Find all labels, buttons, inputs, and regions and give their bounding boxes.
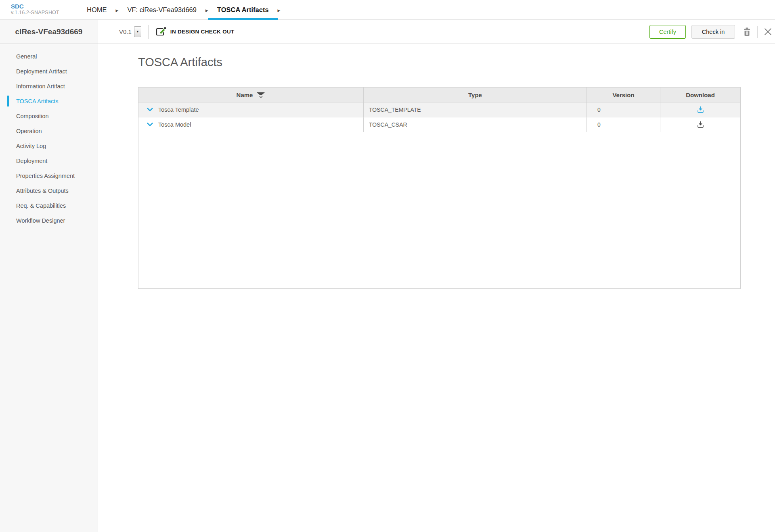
sdc-workspace: SDC v.1.16.2-SNAPSHOT HOME ▶ VF: ciRes-V… [0, 0, 775, 532]
breadcrumb-home[interactable]: HOME [78, 0, 116, 20]
caret-down-icon: ▼ [136, 30, 139, 33]
table-header-name-label: Name [237, 92, 253, 98]
breadcrumb-home-label: HOME [87, 6, 107, 14]
toolbar-divider [757, 26, 758, 38]
sidebar-item-label: Composition [16, 113, 49, 119]
table-header-type: Type [364, 88, 587, 102]
version-cell: 0 [587, 117, 660, 132]
table-header-name[interactable]: Name [138, 88, 364, 102]
expand-chevron-icon[interactable] [147, 108, 153, 112]
table-header-version: Version [587, 88, 660, 102]
sidebar-item-label: Activity Log [16, 143, 46, 149]
sidebar-item-activity-log[interactable]: Activity Log [0, 138, 98, 153]
expand-chevron-icon[interactable] [147, 123, 153, 127]
sidebar-item-operation[interactable]: Operation [0, 123, 98, 138]
sidebar-item-general[interactable]: General [0, 49, 98, 64]
sort-icon [256, 92, 265, 98]
table-header-download: Download [660, 88, 740, 102]
sidebar-item-label: Deployment Artifact [16, 68, 67, 75]
tosca-artifacts-table: Name Type Version Download [138, 87, 741, 289]
type-cell: TOSCA_TEMPLATE [364, 102, 587, 117]
entity-name: ciRes-VFea93d669 [0, 20, 98, 44]
table-header-row: Name Type Version Download [138, 88, 740, 102]
download-cell [660, 117, 740, 132]
sidebar-item-label: Information Artifact [16, 83, 65, 90]
sidebar-item-deployment[interactable]: Deployment [0, 153, 98, 168]
app-version: v.1.16.2-SNAPSHOT [11, 10, 59, 15]
sidebar-item-workflow-designer[interactable]: Workflow Designer [0, 213, 98, 228]
check-in-button[interactable]: Check in [691, 25, 735, 39]
breadcrumb-tosca-artifacts-label: TOSCA Artifacts [217, 6, 269, 14]
sidebar-item-label: Properties Assignment [16, 173, 75, 179]
sidebar-item-composition[interactable]: Composition [0, 108, 98, 123]
workspace-header: ciRes-VFea93d669 V0.1 ▼ IN DESIGN CHECK … [0, 20, 775, 44]
table-row-tosca-model[interactable]: Tosca Model TOSCA_CSAR 0 [138, 117, 740, 132]
sidebar-item-label: Operation [16, 128, 42, 134]
sidebar-item-label: General [16, 53, 37, 60]
download-icon[interactable] [697, 106, 704, 113]
sidebar-item-label: Attributes & Outputs [16, 188, 69, 194]
close-icon [764, 28, 772, 35]
certify-button[interactable]: Certify [649, 25, 686, 39]
download-cell [660, 102, 740, 117]
app-logo: SDC v.1.16.2-SNAPSHOT [11, 3, 59, 16]
toolbar-divider [148, 25, 149, 39]
version-cell: 0 [587, 102, 660, 117]
workspace-toolbar: V0.1 ▼ IN DESIGN CHECK OUT Certify Check… [98, 20, 775, 44]
table-header-download-label: Download [686, 92, 715, 98]
delete-button[interactable] [743, 27, 751, 36]
sidebar-item-label: TOSCA Artifacts [16, 98, 59, 104]
main-content: TOSCA Artifacts Name Type Version [98, 44, 775, 532]
breadcrumb-separator-icon: ▶ [116, 0, 119, 20]
type-cell: TOSCA_CSAR [364, 117, 587, 132]
breadcrumb-separator-icon: ▶ [205, 0, 208, 20]
sidebar-item-label: Workflow Designer [16, 217, 65, 224]
breadcrumb-vf-label: VF: ciRes-VFea93d669 [127, 6, 197, 14]
workspace-sidebar: General Deployment Artifact Information … [0, 44, 98, 532]
name-cell: Tosca Template [138, 102, 364, 117]
artifact-name: Tosca Model [158, 121, 191, 128]
download-icon[interactable] [697, 121, 704, 128]
close-button[interactable] [764, 28, 772, 35]
app-logo-text: SDC [11, 3, 59, 10]
table-row-tosca-template[interactable]: Tosca Template TOSCA_TEMPLATE 0 [138, 102, 740, 117]
trash-icon [743, 27, 751, 36]
breadcrumb-separator-icon: ▶ [278, 0, 281, 20]
top-nav: SDC v.1.16.2-SNAPSHOT HOME ▶ VF: ciRes-V… [0, 0, 775, 20]
sidebar-item-information-artifact[interactable]: Information Artifact [0, 79, 98, 94]
checkout-status-icon [155, 27, 166, 37]
page-title: TOSCA Artifacts [138, 56, 222, 69]
sidebar-item-label: Deployment [16, 158, 47, 164]
table-header-version-label: Version [612, 92, 634, 98]
breadcrumb-vf[interactable]: VF: ciRes-VFea93d669 [118, 0, 205, 20]
artifact-name: Tosca Template [158, 106, 199, 113]
sidebar-item-req-capabilities[interactable]: Req. & Capabilities [0, 198, 98, 213]
breadcrumb: HOME ▶ VF: ciRes-VFea93d669 ▶ TOSCA Arti… [78, 0, 281, 20]
version-label: V0.1 [119, 28, 132, 35]
sidebar-item-attributes-outputs[interactable]: Attributes & Outputs [0, 183, 98, 198]
sidebar-item-properties-assignment[interactable]: Properties Assignment [0, 168, 98, 183]
table-header-type-label: Type [468, 92, 482, 98]
lifecycle-status: IN DESIGN CHECK OUT [170, 29, 235, 35]
sidebar-item-label: Req. & Capabilities [16, 202, 66, 209]
version-selector[interactable]: ▼ [134, 26, 141, 37]
name-cell: Tosca Model [138, 117, 364, 132]
sidebar-item-deployment-artifact[interactable]: Deployment Artifact [0, 64, 98, 79]
breadcrumb-tosca-artifacts[interactable]: TOSCA Artifacts [208, 0, 278, 20]
sidebar-item-tosca-artifacts[interactable]: TOSCA Artifacts [0, 94, 98, 108]
